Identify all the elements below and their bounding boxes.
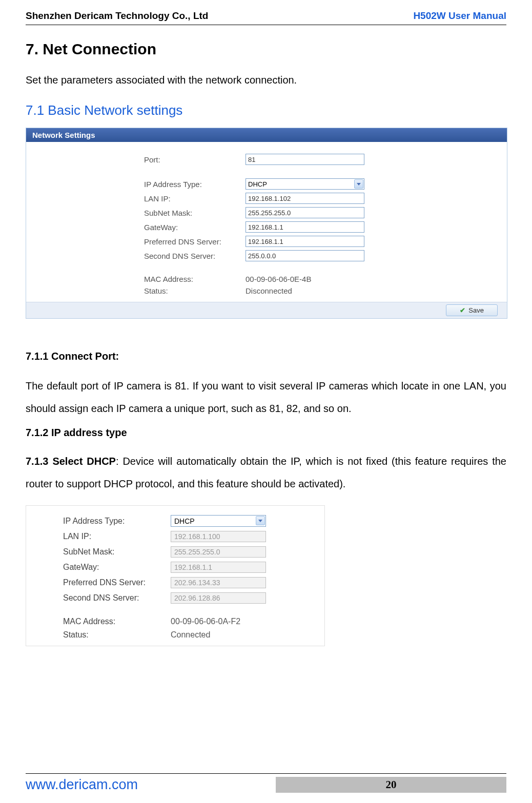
lanip-label: LAN IP: [144, 194, 245, 203]
iptype-value: DHCP [248, 180, 267, 188]
mac-label: MAC Address: [144, 275, 245, 283]
iptype2-value: DHCP [174, 517, 195, 525]
iptype-select[interactable]: DHCP [245, 178, 364, 190]
save-label: Save [468, 306, 484, 314]
dns1b-input [171, 577, 266, 588]
footer-url[interactable]: www.dericam.com [26, 777, 276, 793]
subnet2-label: SubNet Mask: [63, 547, 171, 557]
gateway2-label: GateWay: [63, 563, 171, 572]
check-icon: ✔ [460, 306, 465, 314]
section-intro: Set the parameters associated with the n… [26, 74, 506, 86]
iptype2-label: IP Address Type: [63, 517, 171, 526]
heading-713-bold: 7.1.3 Select DHCP [26, 456, 116, 467]
status2-value: Connected [171, 630, 210, 640]
para-711: The default port of IP camera is 81. If … [26, 375, 506, 420]
network-settings-panel: Network Settings Port: IP Address Type: … [26, 128, 507, 319]
subnet2-input [171, 546, 266, 558]
gateway-label: GateWay: [144, 223, 245, 232]
status-value: Disconnected [245, 286, 292, 295]
dns2b-label: Second DNS Server: [63, 593, 171, 603]
gateway-input[interactable] [245, 221, 364, 233]
dns2-input[interactable] [245, 250, 364, 261]
iptype2-select[interactable]: DHCP [171, 515, 266, 527]
subsection-title: 7.1 Basic Network settings [26, 102, 506, 118]
company-name: Shenzhen Dericam Technology Co., Ltd [26, 10, 208, 22]
save-button[interactable]: ✔ Save [446, 304, 498, 316]
iptype-label: IP Address Type: [144, 180, 245, 189]
dns2-label: Second DNS Server: [144, 252, 245, 260]
heading-711: 7.1.1 Connect Port: [26, 351, 506, 362]
lanip-input[interactable] [245, 193, 364, 204]
port-input[interactable] [245, 154, 364, 165]
mac-value: 00-09-06-06-0E-4B [245, 275, 311, 283]
dns1-input[interactable] [245, 236, 364, 247]
port-label: Port: [144, 155, 245, 164]
subnet-input[interactable] [245, 207, 364, 218]
chevron-down-icon [256, 516, 265, 525]
lanip2-input [171, 531, 266, 542]
panel-title: Network Settings [26, 128, 507, 142]
status-label: Status: [144, 286, 245, 295]
status2-label: Status: [63, 630, 171, 640]
mac2-value: 00-09-06-06-0A-F2 [171, 617, 240, 626]
mac2-label: MAC Address: [63, 617, 171, 626]
dhcp-example-panel: IP Address Type: DHCP LAN IP: SubNet Mas… [26, 505, 325, 646]
dns1b-label: Preferred DNS Server: [63, 578, 171, 587]
lanip2-label: LAN IP: [63, 532, 171, 541]
page-footer: www.dericam.com 20 [26, 773, 506, 793]
page-number: 20 [276, 777, 506, 793]
chevron-down-icon [354, 179, 363, 189]
subnet-label: SubNet Mask: [144, 209, 245, 217]
section-title: 7. Net Connection [26, 40, 506, 58]
gateway2-input [171, 562, 266, 573]
dns1-label: Preferred DNS Server: [144, 237, 245, 246]
dns2b-input [171, 592, 266, 604]
manual-title: H502W User Manual [413, 10, 506, 22]
para-713: 7.1.3 Select DHCP: Device will automatic… [26, 450, 506, 495]
heading-712: 7.1.2 IP address type [26, 427, 506, 439]
